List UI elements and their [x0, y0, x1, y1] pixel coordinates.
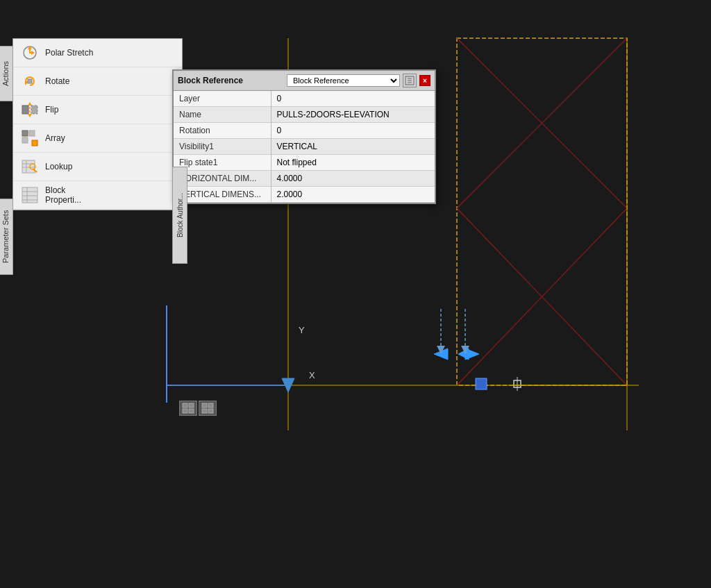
svg-rect-59	[183, 409, 187, 413]
table-row: Layer0	[174, 91, 435, 107]
dialog-close-btn[interactable]: ×	[419, 75, 430, 86]
block-author-tab[interactable]: Block Author...	[172, 167, 187, 264]
sidebar-item-block-properties[interactable]: Block Properti...	[13, 181, 182, 210]
block-properties-label-2: Properti...	[45, 195, 81, 205]
sidebar-item-polar-stretch[interactable]: Polar Stretch	[13, 39, 182, 67]
tab-parameter-sets[interactable]: Parameter Sets	[0, 199, 13, 275]
flip-icon	[20, 100, 40, 119]
dialog-dropdown[interactable]: Block Reference	[287, 74, 400, 87]
svg-rect-57	[183, 403, 187, 408]
block-reference-dialog: Block Reference Block Reference × Layer0…	[172, 69, 436, 204]
table-row: HORIZONTAL DIM...4.0000	[174, 171, 435, 187]
polar-stretch-label: Polar Stretch	[45, 48, 93, 58]
svg-rect-63	[202, 409, 207, 413]
field-key: VERTICAL DIMENS...	[174, 187, 271, 203]
svg-rect-39	[32, 140, 37, 146]
field-value[interactable]: 0	[271, 91, 435, 107]
field-key: Visibility1	[174, 139, 271, 155]
svg-marker-34	[28, 102, 32, 106]
svg-rect-58	[189, 403, 194, 408]
svg-marker-28	[31, 51, 35, 55]
svg-text:Y: Y	[299, 325, 305, 335]
svg-rect-31	[22, 106, 28, 114]
rotate-icon	[20, 72, 40, 91]
toolbar-btn-2[interactable]	[199, 401, 217, 416]
field-value[interactable]: PULLS-2DOORS-ELEVATION	[271, 107, 435, 123]
table-row: Visibility1VERTICAL	[174, 139, 435, 155]
tab-actions[interactable]: Actions	[0, 46, 13, 101]
field-key: HORIZONTAL DIM...	[174, 171, 271, 187]
lookup-label: Lookup	[45, 162, 72, 171]
svg-text:X: X	[309, 370, 315, 380]
svg-rect-42	[22, 160, 35, 173]
sidebar-panel: Actions Parameter Sets Polar Stretch Rot…	[12, 38, 183, 210]
field-value[interactable]: 4.0000	[271, 171, 435, 187]
svg-rect-38	[22, 137, 28, 143]
array-icon	[20, 128, 40, 148]
bottom-toolbar	[179, 401, 217, 416]
tab-actions-label: Actions	[1, 61, 10, 86]
array-label: Array	[45, 133, 65, 143]
svg-rect-62	[208, 403, 213, 408]
svg-rect-48	[22, 187, 37, 203]
svg-rect-61	[202, 403, 207, 408]
field-value[interactable]: 2.0000	[271, 187, 435, 203]
svg-rect-36	[22, 131, 28, 136]
block-author-label: Block Author...	[176, 193, 184, 237]
svg-rect-37	[29, 131, 35, 136]
svg-rect-20	[476, 378, 487, 389]
rotate-label: Rotate	[45, 76, 69, 86]
block-icon	[20, 185, 40, 205]
dialog-properties-table: Layer0NamePULLS-2DOORS-ELEVATIONRotation…	[174, 91, 435, 203]
svg-rect-60	[189, 409, 194, 413]
toolbar-btn-1[interactable]	[179, 401, 197, 416]
table-row: VERTICAL DIMENS...2.0000	[174, 187, 435, 203]
lookup-icon	[20, 157, 40, 176]
flip-label: Flip	[45, 105, 58, 115]
table-row: Rotation0	[174, 123, 435, 139]
field-key: Rotation	[174, 123, 271, 139]
svg-marker-35	[28, 114, 32, 117]
svg-rect-32	[31, 106, 37, 114]
field-key: Layer	[174, 91, 271, 107]
svg-rect-30	[28, 79, 32, 83]
table-row: NamePULLS-2DOORS-ELEVATION	[174, 107, 435, 123]
sidebar-item-array[interactable]: Array	[13, 124, 182, 153]
field-value[interactable]: VERTICAL	[271, 139, 435, 155]
dialog-titlebar: Block Reference Block Reference ×	[174, 71, 435, 91]
table-row: Flip state1Not flipped	[174, 155, 435, 171]
sidebar-item-rotate[interactable]: Rotate	[13, 67, 182, 96]
sidebar-item-flip[interactable]: Flip	[13, 96, 182, 124]
polar-stretch-icon	[20, 43, 40, 62]
field-key: Name	[174, 107, 271, 123]
dialog-properties-btn[interactable]	[403, 74, 417, 87]
block-properties-label-1: Block	[45, 185, 81, 195]
field-value[interactable]: Not flipped	[271, 155, 435, 171]
svg-rect-64	[208, 409, 213, 413]
dialog-title: Block Reference	[178, 76, 284, 85]
tab-params-label: Parameter Sets	[1, 210, 10, 263]
field-key: Flip state1	[174, 155, 271, 171]
field-value[interactable]: 0	[271, 123, 435, 139]
sidebar-item-lookup[interactable]: Lookup	[13, 153, 182, 181]
